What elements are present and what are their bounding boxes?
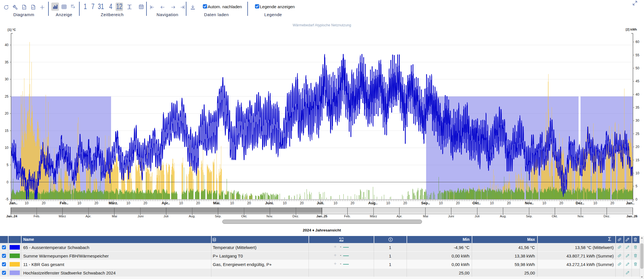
svg-text:10: 10: [283, 201, 287, 205]
svg-text:2024 ♦ Jahresansicht: 2024 ♦ Jahresansicht: [303, 228, 341, 232]
svg-text:20: 20: [5, 111, 9, 115]
svg-text:Juli.: Juli.: [317, 201, 324, 205]
svg-text:20: 20: [94, 201, 98, 205]
svg-text:20: 20: [143, 201, 147, 205]
svg-text:Mai.: Mai.: [213, 201, 220, 205]
svg-text:20: 20: [636, 145, 639, 149]
svg-text:[2] kWh: [2] kWh: [626, 28, 637, 31]
svg-text:30: 30: [5, 77, 9, 81]
svg-text:Okt..: Okt..: [473, 201, 481, 205]
svg-text:10: 10: [126, 201, 130, 205]
svg-text:Juli: Juli: [475, 214, 479, 218]
svg-text:35: 35: [636, 106, 639, 110]
svg-text:0: 0: [636, 198, 637, 201]
svg-text:Dez.: Dez.: [292, 214, 299, 218]
svg-text:Sep.: Sep.: [526, 214, 533, 218]
svg-text:40: 40: [636, 93, 639, 96]
svg-text:35: 35: [5, 60, 9, 64]
svg-text:25: 25: [5, 95, 9, 98]
svg-text:Juli: Juli: [163, 214, 168, 218]
svg-text:März: März: [370, 214, 377, 218]
svg-text:März.: März.: [109, 201, 118, 205]
svg-text:10: 10: [542, 201, 546, 205]
svg-text:Mai: Mai: [112, 214, 117, 218]
svg-text:Jan..24: Jan..24: [6, 214, 18, 218]
svg-text:-5: -5: [5, 197, 8, 201]
svg-text:10: 10: [490, 201, 494, 205]
svg-text:5: 5: [636, 184, 637, 188]
svg-text:20: 20: [559, 201, 563, 205]
svg-text:Juni: Juni: [137, 214, 143, 218]
svg-text:Apr..: Apr..: [162, 201, 170, 205]
svg-text:10: 10: [179, 201, 183, 205]
svg-text:10: 10: [439, 201, 443, 205]
svg-text:20: 20: [610, 201, 614, 205]
svg-text:Sep.: Sep.: [215, 214, 222, 218]
svg-text:Jan..: Jan..: [626, 201, 634, 205]
svg-text:CSV: CSV: [23, 7, 26, 9]
svg-text:Sep..: Sep..: [421, 201, 430, 205]
svg-text:25: 25: [636, 132, 639, 136]
svg-text:Mai: Mai: [423, 214, 428, 218]
svg-text:20: 20: [403, 201, 407, 205]
svg-text:Apr.: Apr.: [397, 214, 402, 218]
svg-text:10: 10: [25, 201, 29, 205]
svg-text:Wärmebedarf Atypische Netznutz: Wärmebedarf Atypische Netznutzung: [293, 23, 351, 27]
svg-text:Juni.: Juni.: [265, 201, 274, 205]
svg-text:20: 20: [300, 201, 304, 205]
svg-text:Aug.: Aug.: [500, 214, 507, 218]
svg-text:Apr.: Apr.: [86, 214, 91, 218]
svg-text:Feb.: Feb.: [33, 214, 40, 218]
svg-text:März: März: [59, 214, 66, 218]
svg-text:Juni: Juni: [448, 214, 454, 218]
svg-text:15: 15: [5, 129, 9, 133]
svg-text:30: 30: [636, 119, 639, 123]
svg-text:0: 0: [7, 180, 8, 184]
svg-text:55: 55: [636, 53, 639, 57]
svg-text:Okt.: Okt.: [241, 214, 247, 218]
svg-text:Okt.: Okt.: [552, 214, 558, 218]
svg-text:50: 50: [636, 66, 639, 70]
svg-text:10: 10: [593, 201, 597, 205]
svg-text:20: 20: [350, 201, 354, 205]
svg-text:Jan..25: Jan..25: [316, 214, 328, 218]
svg-text:Feb..: Feb..: [60, 201, 68, 205]
svg-text:PDF: PDF: [32, 7, 35, 9]
svg-text:10: 10: [386, 201, 390, 205]
svg-text:20: 20: [456, 201, 460, 205]
svg-text:10: 10: [77, 201, 81, 205]
svg-text:Aug.: Aug.: [189, 214, 195, 218]
svg-text:60: 60: [636, 40, 639, 44]
svg-text:Aug..: Aug..: [368, 201, 378, 205]
svg-text:Feb.: Feb.: [344, 214, 350, 218]
svg-text:20: 20: [42, 201, 46, 205]
svg-text:40: 40: [5, 43, 9, 47]
svg-text:Jan..: Jan..: [9, 201, 18, 205]
svg-text:Nov..: Nov..: [525, 201, 534, 205]
svg-text:Dez..: Dez..: [576, 201, 584, 205]
svg-text:Nov.: Nov.: [267, 214, 273, 218]
svg-text:20: 20: [196, 201, 200, 205]
svg-text:10: 10: [230, 201, 234, 205]
svg-text:5: 5: [7, 163, 8, 167]
svg-text:10: 10: [333, 201, 337, 205]
svg-text:[1] °C: [1] °C: [8, 28, 16, 31]
svg-text:10: 10: [5, 146, 9, 150]
svg-text:45: 45: [636, 79, 639, 83]
svg-text:Nov.: Nov.: [578, 214, 584, 218]
svg-text:10: 10: [636, 171, 639, 175]
svg-text:Dez.: Dez.: [603, 214, 610, 218]
svg-text:20: 20: [247, 201, 251, 205]
svg-text:20: 20: [507, 201, 511, 205]
svg-text:15: 15: [636, 158, 639, 162]
svg-text:Jan..26: Jan..26: [626, 214, 637, 218]
